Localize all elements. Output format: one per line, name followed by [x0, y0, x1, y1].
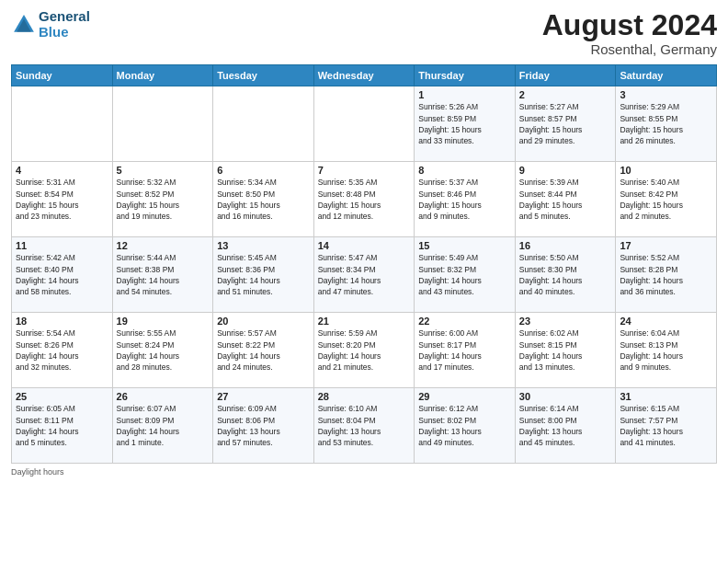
day-number: 3 — [620, 89, 712, 100]
day-number: 18 — [16, 316, 108, 327]
calendar-cell: 7Sunrise: 5:35 AM Sunset: 8:48 PM Daylig… — [313, 162, 415, 237]
day-number: 31 — [620, 391, 712, 402]
calendar-cell: 30Sunrise: 6:14 AM Sunset: 8:00 PM Dayli… — [515, 388, 616, 464]
calendar-cell: 29Sunrise: 6:12 AM Sunset: 8:02 PM Dayli… — [415, 388, 516, 464]
calendar-cell: 17Sunrise: 5:52 AM Sunset: 8:28 PM Dayli… — [616, 237, 717, 313]
calendar-cell: 11Sunrise: 5:42 AM Sunset: 8:40 PM Dayli… — [12, 237, 113, 313]
day-number: 4 — [16, 165, 108, 176]
calendar-table: SundayMondayTuesdayWednesdayThursdayFrid… — [11, 64, 717, 464]
calendar-cell: 24Sunrise: 6:04 AM Sunset: 8:13 PM Dayli… — [616, 313, 717, 388]
weekday-header-sunday: Sunday — [12, 65, 113, 86]
weekday-header-row: SundayMondayTuesdayWednesdayThursdayFrid… — [12, 65, 717, 86]
calendar-week-row: 25Sunrise: 6:05 AM Sunset: 8:11 PM Dayli… — [12, 388, 717, 464]
day-info: Sunrise: 6:02 AM Sunset: 8:15 PM Dayligh… — [519, 327, 612, 373]
day-info: Sunrise: 5:26 AM Sunset: 8:59 PM Dayligh… — [418, 101, 511, 146]
title-block: August 2024 Rosenthal, Germany — [542, 9, 717, 57]
calendar-week-row: 11Sunrise: 5:42 AM Sunset: 8:40 PM Dayli… — [12, 237, 717, 313]
day-number: 29 — [418, 391, 511, 402]
day-info: Sunrise: 5:52 AM Sunset: 8:28 PM Dayligh… — [620, 252, 712, 297]
weekday-header-monday: Monday — [112, 65, 213, 86]
day-info: Sunrise: 5:55 AM Sunset: 8:24 PM Dayligh… — [117, 327, 210, 373]
day-number: 2 — [519, 89, 612, 100]
calendar-week-row: 18Sunrise: 5:54 AM Sunset: 8:26 PM Dayli… — [12, 313, 717, 388]
day-number: 30 — [519, 391, 612, 402]
day-number: 25 — [16, 391, 108, 402]
calendar-cell: 6Sunrise: 5:34 AM Sunset: 8:50 PM Daylig… — [213, 162, 314, 237]
logo-text-line2: Blue — [39, 25, 90, 40]
calendar-cell: 19Sunrise: 5:55 AM Sunset: 8:24 PM Dayli… — [112, 313, 213, 388]
day-number: 16 — [519, 240, 612, 251]
page-header: General Blue August 2024 Rosenthal, Germ… — [11, 9, 717, 57]
day-info: Sunrise: 5:47 AM Sunset: 8:34 PM Dayligh… — [318, 252, 411, 297]
logo: General Blue — [11, 9, 90, 40]
day-info: Sunrise: 6:07 AM Sunset: 8:09 PM Dayligh… — [117, 403, 210, 448]
day-number: 7 — [318, 165, 411, 176]
day-info: Sunrise: 5:32 AM Sunset: 8:52 PM Dayligh… — [117, 177, 210, 222]
day-info: Sunrise: 5:42 AM Sunset: 8:40 PM Dayligh… — [16, 252, 108, 297]
day-number: 10 — [620, 165, 712, 176]
day-info: Sunrise: 5:54 AM Sunset: 8:26 PM Dayligh… — [16, 327, 108, 373]
logo-text-line1: General — [39, 9, 90, 25]
day-number: 8 — [418, 165, 511, 176]
calendar-cell: 25Sunrise: 6:05 AM Sunset: 8:11 PM Dayli… — [12, 388, 113, 464]
month-title: August 2024 — [542, 9, 717, 41]
day-info: Sunrise: 6:09 AM Sunset: 8:06 PM Dayligh… — [217, 403, 310, 448]
day-info: Sunrise: 5:57 AM Sunset: 8:22 PM Dayligh… — [217, 327, 310, 373]
day-number: 5 — [117, 165, 210, 176]
calendar-cell: 3Sunrise: 5:29 AM Sunset: 8:55 PM Daylig… — [616, 86, 717, 162]
day-info: Sunrise: 5:35 AM Sunset: 8:48 PM Dayligh… — [318, 177, 411, 222]
day-number: 12 — [117, 240, 210, 251]
day-number: 21 — [318, 316, 411, 327]
day-info: Sunrise: 5:59 AM Sunset: 8:20 PM Dayligh… — [318, 327, 411, 373]
day-number: 14 — [318, 240, 411, 251]
day-info: Sunrise: 5:27 AM Sunset: 8:57 PM Dayligh… — [519, 101, 612, 146]
day-info: Sunrise: 5:44 AM Sunset: 8:38 PM Dayligh… — [117, 252, 210, 297]
day-number: 15 — [418, 240, 511, 251]
weekday-header-wednesday: Wednesday — [313, 65, 415, 86]
day-number: 23 — [519, 316, 612, 327]
calendar-cell: 10Sunrise: 5:40 AM Sunset: 8:42 PM Dayli… — [616, 162, 717, 237]
day-number: 28 — [318, 391, 411, 402]
calendar-cell: 23Sunrise: 6:02 AM Sunset: 8:15 PM Dayli… — [515, 313, 616, 388]
daylight-label: Daylight hours — [11, 467, 64, 477]
calendar-cell: 4Sunrise: 5:31 AM Sunset: 8:54 PM Daylig… — [12, 162, 113, 237]
day-info: Sunrise: 5:40 AM Sunset: 8:42 PM Dayligh… — [620, 177, 712, 222]
logo-icon — [11, 12, 37, 38]
day-info: Sunrise: 5:37 AM Sunset: 8:46 PM Dayligh… — [418, 177, 511, 222]
day-info: Sunrise: 6:10 AM Sunset: 8:04 PM Dayligh… — [318, 403, 411, 448]
day-number: 26 — [117, 391, 210, 402]
calendar-week-row: 1Sunrise: 5:26 AM Sunset: 8:59 PM Daylig… — [12, 86, 717, 162]
day-info: Sunrise: 6:15 AM Sunset: 7:57 PM Dayligh… — [620, 403, 712, 448]
calendar-week-row: 4Sunrise: 5:31 AM Sunset: 8:54 PM Daylig… — [12, 162, 717, 237]
calendar-cell: 16Sunrise: 5:50 AM Sunset: 8:30 PM Dayli… — [515, 237, 616, 313]
calendar-cell — [213, 86, 314, 162]
calendar-cell: 18Sunrise: 5:54 AM Sunset: 8:26 PM Dayli… — [12, 313, 113, 388]
weekday-header-friday: Friday — [515, 65, 616, 86]
calendar-cell — [313, 86, 415, 162]
calendar-cell: 28Sunrise: 6:10 AM Sunset: 8:04 PM Dayli… — [313, 388, 415, 464]
calendar-cell: 5Sunrise: 5:32 AM Sunset: 8:52 PM Daylig… — [112, 162, 213, 237]
day-info: Sunrise: 5:29 AM Sunset: 8:55 PM Dayligh… — [620, 101, 712, 146]
calendar-cell — [112, 86, 213, 162]
day-info: Sunrise: 6:05 AM Sunset: 8:11 PM Dayligh… — [16, 403, 108, 448]
day-number: 1 — [418, 89, 511, 100]
day-number: 6 — [217, 165, 310, 176]
day-info: Sunrise: 5:34 AM Sunset: 8:50 PM Dayligh… — [217, 177, 310, 222]
day-info: Sunrise: 5:50 AM Sunset: 8:30 PM Dayligh… — [519, 252, 612, 297]
weekday-header-tuesday: Tuesday — [213, 65, 314, 86]
day-info: Sunrise: 5:31 AM Sunset: 8:54 PM Dayligh… — [16, 177, 108, 222]
day-info: Sunrise: 6:14 AM Sunset: 8:00 PM Dayligh… — [519, 403, 612, 448]
calendar-cell: 22Sunrise: 6:00 AM Sunset: 8:17 PM Dayli… — [415, 313, 516, 388]
day-info: Sunrise: 6:12 AM Sunset: 8:02 PM Dayligh… — [418, 403, 511, 448]
calendar-cell: 14Sunrise: 5:47 AM Sunset: 8:34 PM Dayli… — [313, 237, 415, 313]
calendar-cell: 31Sunrise: 6:15 AM Sunset: 7:57 PM Dayli… — [616, 388, 717, 464]
day-number: 27 — [217, 391, 310, 402]
day-info: Sunrise: 6:00 AM Sunset: 8:17 PM Dayligh… — [418, 327, 511, 373]
day-info: Sunrise: 6:04 AM Sunset: 8:13 PM Dayligh… — [620, 327, 712, 373]
weekday-header-thursday: Thursday — [415, 65, 516, 86]
calendar-cell: 1Sunrise: 5:26 AM Sunset: 8:59 PM Daylig… — [415, 86, 516, 162]
day-number: 13 — [217, 240, 310, 251]
day-info: Sunrise: 5:49 AM Sunset: 8:32 PM Dayligh… — [418, 252, 511, 297]
weekday-header-saturday: Saturday — [616, 65, 717, 86]
location-label: Rosenthal, Germany — [542, 41, 717, 57]
